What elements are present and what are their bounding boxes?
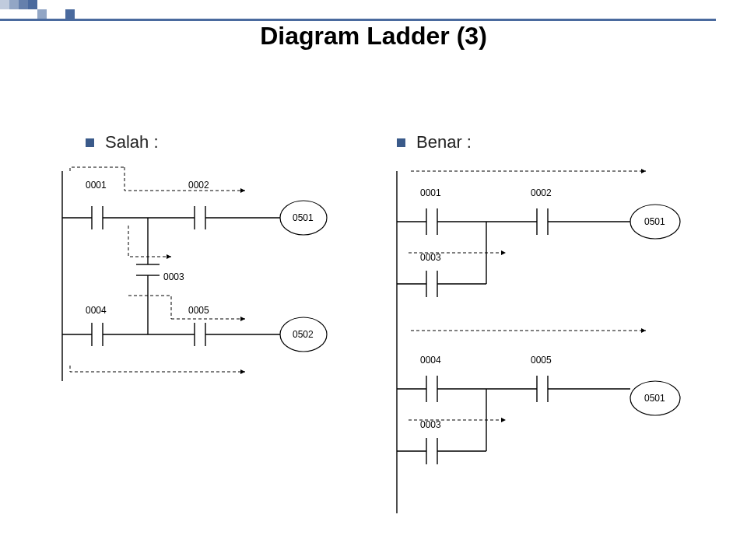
diagram-salah: 0001 0002 0501 0004 0005 0502 [47,163,358,412]
rung-a: 0001 0002 0501 0003 [397,187,680,297]
heading-salah-text: Salah : [105,132,159,152]
label-r-0005: 0005 [531,355,552,366]
label-0501: 0501 [293,212,314,223]
heading-benar: Benar : [397,132,472,152]
label-0502: 0502 [293,329,314,340]
page-title: Diagram Ladder (3) [0,22,747,51]
label-r-0004: 0004 [420,355,441,366]
rung-2: 0004 0005 0502 [62,305,327,352]
label-0003: 0003 [163,271,184,282]
label-0005: 0005 [188,305,209,316]
heading-benar-text: Benar : [416,132,472,152]
rung-b: 0004 0005 0501 0003 [397,355,680,464]
label-0004: 0004 [86,305,107,316]
label-r-0501b: 0501 [644,393,665,404]
label-0001: 0001 [86,180,107,191]
rung-1: 0001 0002 0501 [62,180,327,235]
diagram-benar: 0001 0002 0501 0003 0004 0005 0501 [381,156,708,521]
flow-arrows [70,167,245,372]
label-r-0001: 0001 [420,187,441,198]
bullet-icon [397,138,405,147]
label-r-0501a: 0501 [644,216,665,227]
flow-arrows-r [409,171,646,420]
label-r-0003a: 0003 [420,252,441,263]
bullet-icon [86,138,94,147]
heading-salah: Salah : [86,132,159,152]
label-r-0002: 0002 [531,187,552,198]
bridge-0003: 0003 [136,218,184,334]
label-r-0003b: 0003 [420,419,441,430]
label-0002: 0002 [188,180,209,191]
